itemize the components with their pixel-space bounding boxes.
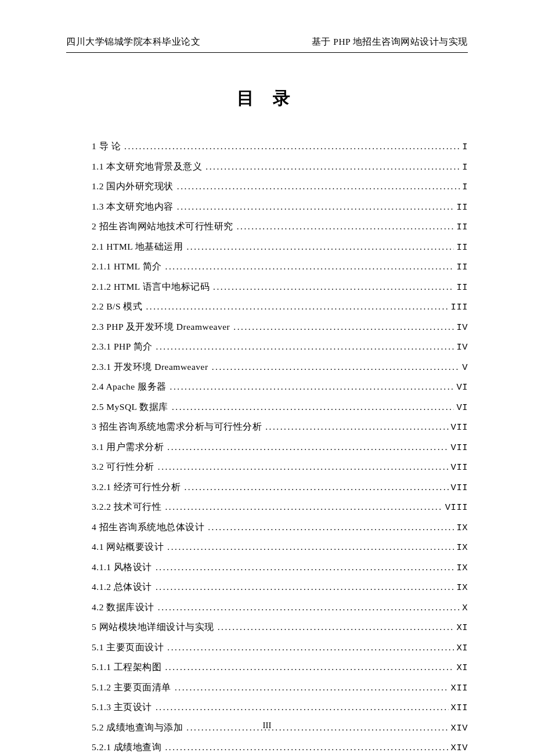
toc-leader-dots [265,422,448,432]
toc-entry-label: 2.4 Apache 服务器 [92,381,167,393]
toc-entry-label: 1.3 本文研究地内容 [92,201,174,213]
toc-entry-page: XI [456,622,468,633]
toc-leader-dots [165,502,442,512]
toc-row: 5.1.2 主要页面清单XII [92,682,468,694]
toc-entry-page: IV [456,322,468,333]
toc-entry-page: IX [456,582,468,593]
toc-entry-label: 2.1 HTML 地基础运用 [92,241,183,253]
toc-entry-page: VII [451,422,468,433]
toc-entry-page: VII [451,462,468,473]
toc-row: 2.1.2 HTML 语言中地标记码II [92,281,468,293]
toc-leader-dots [158,462,449,472]
toc-row: 3.2.2 技术可行性 VIII [92,501,468,513]
toc-leader-dots [156,702,449,712]
toc-entry-label: 4.1.2 总体设计 [92,581,152,593]
toc-entry-page: X [462,603,468,613]
toc-entry-label: 3.2.2 技术可行性 [92,501,161,513]
toc-entry-label: 5.1.3 主页设计 [92,701,152,714]
toc-entry-label: 1.1 本文研究地背景及意义 [92,161,202,173]
toc-entry-label: 2 招生咨询网站地技术可行性研究 [92,221,233,233]
toc-entry-label: 3.1 用户需求分析 [92,441,164,453]
toc-entry-label: 2.5 MySQL 数据库 [92,401,168,413]
toc-leader-dots [156,562,454,573]
toc-leader-dots [124,141,460,152]
toc-row: 5.1 主要页面设计 XI [92,642,468,654]
toc-entry-label: 4 招生咨询系统地总体设计 [92,521,204,534]
toc-entry-page: XI [456,643,468,653]
toc-leader-dots [165,742,448,753]
toc-entry-page: IX [456,523,468,533]
toc-row: 5.1.3 主页设计XII [92,701,468,714]
toc-leader-dots [172,402,454,412]
toc-entry-label: 4.1.1 风格设计 [92,561,152,574]
toc-leader-dots [167,642,454,653]
toc-entry-label: 2.3.1 开发环境 Dreamweaver [92,361,208,373]
toc-row: 2.1.1 HTML 简介II [92,261,468,273]
toc-row: 2.1 HTML 地基础运用II [92,241,468,253]
toc-row: 3 招生咨询系统地需求分析与可行性分析 VII [92,421,468,433]
toc-entry-page: IX [456,563,468,573]
toc-entry-label: 3.2.1 经济可行性分析 [92,481,181,494]
toc-entry-page: XII [451,703,468,713]
page-title: 目 录 [0,87,534,110]
toc-entry-label: 2.1.2 HTML 语言中地标记码 [92,281,210,293]
toc-entry-page: XII [451,683,468,693]
toc-leader-dots [165,261,454,272]
toc-row: 4 招生咨询系统地总体设计 IX [92,521,468,534]
toc-row: 1.3 本文研究地内容 II [92,201,468,213]
toc-row: 5 网站模块地详细设计与实现 XI [92,621,468,633]
toc-leader-dots [208,522,454,532]
toc-entry-label: 5.1.1 工程架构图 [92,661,161,674]
toc-leader-dots [212,362,460,372]
toc-entry-label: 3.2 可行性分析 [92,461,154,473]
toc-row: 4.1 网站概要设计 IX [92,541,468,553]
toc-entry-page: XI [456,663,468,673]
toc-entry-page: VI [456,402,468,413]
toc-leader-dots [167,442,448,452]
toc-entry-label: 5 网站模块地详细设计与实现 [92,621,214,633]
toc-entry-label: 2.3.1 PHP 简介 [92,341,153,353]
toc-row: 1 导 论 I [92,141,468,153]
toc-entry-page: VI [456,382,468,393]
toc-leader-dots [213,282,454,292]
toc-entry-page: VII [451,442,468,453]
toc-leader-dots [184,482,448,492]
toc-leader-dots [186,242,454,252]
toc-entry-label: 5.2.1 成绩地查询 [92,741,161,754]
toc-row: 2.3.1 开发环境 DreamweaverV [92,361,468,373]
toc-leader-dots [175,682,449,693]
header-left-text: 四川大学锦城学院本科毕业论文 [66,36,200,48]
toc-entry-page: XIV [451,743,468,753]
toc-leader-dots [237,221,454,232]
toc-entry-label: 4.1 网站概要设计 [92,541,164,553]
toc-leader-dots [156,582,454,592]
table-of-contents: 1 导 论 I1.1 本文研究地背景及意义 I1.2 国内外研究现状 I1.3 … [92,141,468,754]
toc-entry-page: II [456,262,468,272]
toc-row: 3.1 用户需求分析 VII [92,441,468,453]
toc-leader-dots [165,662,454,672]
toc-entry-page: I [462,142,468,152]
toc-entry-page: IV [456,342,468,352]
toc-entry-page: III [451,302,468,312]
toc-entry-label: 5.1.2 主要页面清单 [92,682,171,694]
toc-row: 2.5 MySQL 数据库VI [92,401,468,413]
toc-row: 2.3 PHP 及开发环境 Dreamweaver IV [92,321,468,333]
toc-entry-label: 2.3 PHP 及开发环境 Dreamweaver [92,321,230,333]
toc-row: 2 招生咨询网站地技术可行性研究 II [92,221,468,233]
toc-entry-page: II [456,282,468,293]
toc-entry-page: II [456,202,468,213]
toc-entry-label: 4.2 数据库设计 [92,602,154,614]
toc-row: 1.1 本文研究地背景及意义 I [92,161,468,173]
toc-entry-label: 1 导 论 [92,141,121,153]
toc-entry-label: 5.1 主要页面设计 [92,642,164,654]
toc-leader-dots [177,201,454,212]
toc-leader-dots [156,341,454,352]
toc-row: 4.1.2 总体设计 IX [92,581,468,593]
toc-leader-dots [170,381,454,392]
toc-row: 2.2 B/S 模式III [92,301,468,313]
header-right-text: 基于 PHP 地招生咨询网站设计与实现 [312,36,468,48]
toc-entry-page: II [456,242,468,253]
toc-leader-dots [233,322,454,332]
toc-leader-dots [158,602,460,613]
toc-entry-label: 2.1.1 HTML 简介 [92,261,162,273]
